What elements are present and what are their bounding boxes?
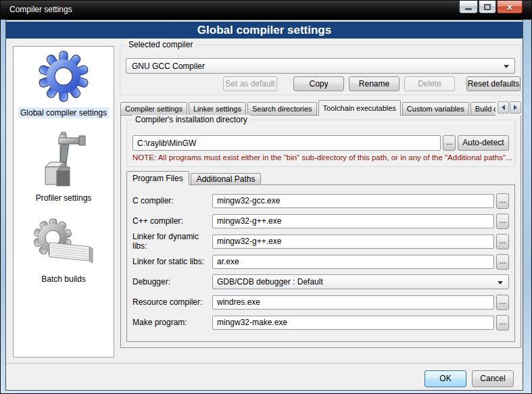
field-row-debugger: Debugger: GDB/CDB debugger : Default — [132, 274, 509, 289]
sidebar-item-global-compiler-settings[interactable]: Global compiler settings — [18, 51, 109, 118]
resource-compiler-input[interactable] — [212, 295, 494, 310]
installation-directory-group: Compiler's installation directory ... Au… — [126, 120, 515, 167]
installation-directory-input[interactable] — [132, 135, 441, 151]
maximize-button[interactable] — [479, 1, 496, 14]
cancel-button[interactable]: Cancel — [472, 370, 514, 387]
debugger-select[interactable]: GDB/CDB debugger : Default — [212, 274, 509, 289]
dynamic-linker-input[interactable] — [212, 235, 494, 249]
tab-search-directories[interactable]: Search directories — [247, 102, 317, 116]
chevron-down-icon — [504, 65, 509, 68]
toolchain-executables-panel: Compiler's installation directory ... Au… — [120, 115, 521, 348]
sidebar-item-label: Batch builds — [39, 274, 87, 285]
static-linker-browse-button[interactable]: ... — [496, 254, 509, 270]
installation-directory-label: Compiler's installation directory — [132, 115, 250, 124]
titlebar[interactable]: Compiler settings × — [1, 1, 531, 20]
tab-scroll-left-button[interactable] — [498, 101, 509, 114]
debugger-label: Debugger: — [132, 277, 212, 287]
rename-button[interactable]: Rename — [349, 76, 400, 91]
set-as-default-button[interactable]: Set as default — [223, 76, 277, 91]
auto-detect-button[interactable]: Auto-detect — [458, 135, 509, 151]
compiler-select-value: GNU GCC Compiler — [132, 61, 205, 71]
make-program-input[interactable] — [212, 316, 494, 330]
field-row-make-program: Make program: ... — [132, 315, 509, 330]
sidebar-item-batch-builds[interactable]: Batch builds — [32, 218, 95, 285]
sidebar-item-label: Profiler settings — [34, 193, 94, 203]
page-title: Global compiler settings — [6, 22, 523, 39]
ok-button[interactable]: OK — [425, 370, 466, 387]
dialog-client-area: Global compiler settings — [5, 20, 523, 391]
sidebar-item-profiler-settings[interactable]: Profiler settings — [34, 132, 94, 203]
minimize-icon — [465, 8, 472, 10]
tab-additional-paths[interactable]: Additional Paths — [191, 173, 262, 185]
tab-compiler-settings[interactable]: Compiler settings — [120, 102, 187, 116]
tab-toolchain-executables[interactable]: Toolchain executables — [318, 100, 401, 116]
settings-category-sidebar: Global compiler settings — [13, 46, 114, 358]
dynamic-linker-label: Linker for dynamic libs: — [132, 232, 212, 251]
field-row-dynamic-linker: Linker for dynamic libs: ... — [132, 234, 509, 249]
arrow-left-icon — [502, 105, 505, 110]
cpp-compiler-label: C++ compiler: — [132, 216, 212, 226]
c-compiler-browse-button[interactable]: ... — [496, 193, 509, 209]
static-linker-input[interactable] — [212, 255, 494, 269]
tab-scroll-buttons — [495, 101, 521, 116]
program-files-tab-bar: Program Files Additional Paths — [126, 171, 262, 185]
tab-program-files[interactable]: Program Files — [126, 171, 189, 185]
gray-gear-papers-icon — [32, 218, 95, 268]
browse-directory-button[interactable]: ... — [443, 135, 456, 151]
make-program-label: Make program: — [132, 318, 212, 327]
make-program-browse-button[interactable]: ... — [496, 315, 509, 330]
resource-compiler-browse-button[interactable]: ... — [496, 295, 509, 310]
field-row-static-linker: Linker for static libs: ... — [132, 254, 509, 269]
sidebar-item-label: Global compiler settings — [18, 107, 109, 118]
reset-defaults-button[interactable]: Reset defaults — [466, 76, 521, 91]
maximize-icon — [484, 4, 491, 10]
close-icon: × — [507, 2, 513, 12]
debugger-select-value: GDB/CDB debugger : Default — [217, 277, 323, 287]
tab-custom-variables[interactable]: Custom variables — [402, 102, 469, 116]
delete-button[interactable]: Delete — [404, 76, 455, 91]
blue-gear-icon — [38, 51, 89, 102]
caliper-icon — [41, 132, 86, 187]
cpp-compiler-browse-button[interactable]: ... — [496, 214, 509, 229]
field-row-cpp-compiler: C++ compiler: ... — [132, 214, 509, 228]
minimize-button[interactable] — [459, 1, 478, 14]
settings-tab-bar: Compiler settings Linker settings Search… — [120, 100, 521, 116]
compiler-select[interactable]: GNU GCC Compiler — [126, 58, 515, 74]
c-compiler-input[interactable] — [212, 194, 494, 208]
copy-button[interactable]: Copy — [293, 76, 344, 91]
static-linker-label: Linker for static libs: — [132, 257, 212, 266]
chevron-down-icon — [498, 281, 503, 285]
selected-compiler-group-label: Selected compiler — [126, 40, 195, 49]
compiler-settings-window: Compiler settings × Global compiler sett… — [0, 0, 532, 394]
field-row-resource-compiler: Resource compiler: ... — [132, 295, 509, 310]
field-row-c-compiler: C compiler: ... — [132, 193, 509, 208]
program-files-panel: C compiler: ... C++ compiler: ... Linker… — [126, 184, 515, 342]
cpp-compiler-input[interactable] — [212, 214, 494, 228]
close-button[interactable]: × — [497, 1, 523, 14]
c-compiler-label: C compiler: — [132, 196, 212, 205]
dynamic-linker-browse-button[interactable]: ... — [496, 234, 509, 249]
arrow-right-icon — [514, 105, 517, 110]
window-title: Compiler settings — [9, 5, 72, 14]
footer-separator — [6, 363, 523, 364]
selected-compiler-group: Selected compiler GNU GCC Compiler Set a… — [120, 45, 521, 95]
tab-scroll-right-button[interactable] — [510, 101, 521, 114]
tab-linker-settings[interactable]: Linker settings — [189, 102, 246, 116]
resource-compiler-label: Resource compiler: — [132, 297, 212, 307]
installation-note: NOTE: All programs must exist either in … — [132, 153, 512, 162]
